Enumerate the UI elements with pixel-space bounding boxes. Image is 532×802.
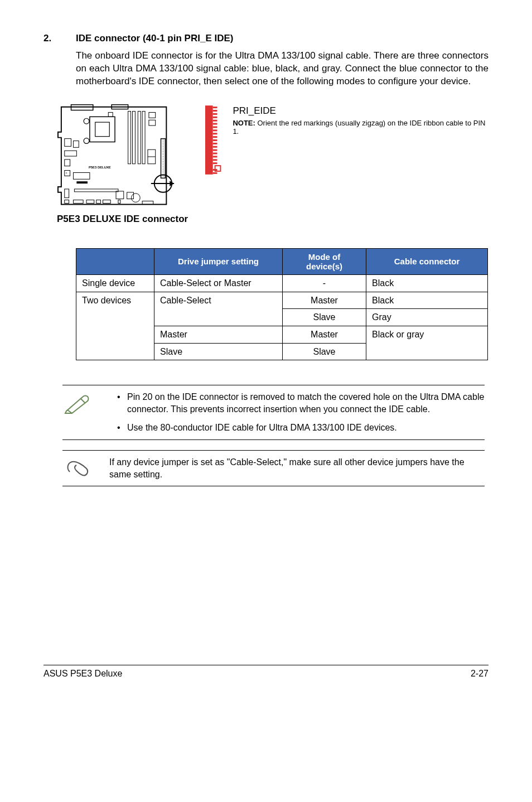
svg-rect-29 — [103, 200, 110, 203]
section-title: IDE connector (40-1 pin PRI_E IDE) — [76, 32, 233, 45]
svg-rect-34 — [118, 200, 120, 203]
note-bullet: Pin 20 on the IDE connector is removed t… — [117, 391, 485, 415]
table-row: Single device Cable-Select or Master - B… — [76, 275, 488, 292]
tip-paperclip-icon — [64, 457, 92, 480]
svg-rect-12 — [149, 120, 156, 125]
svg-rect-45 — [213, 117, 217, 118]
svg-rect-55 — [213, 149, 217, 151]
svg-rect-2 — [90, 117, 115, 142]
svg-rect-0 — [71, 104, 93, 110]
svg-rect-40 — [205, 105, 213, 175]
note-pencil-icon — [64, 392, 92, 414]
svg-rect-25 — [65, 200, 69, 203]
board-label: P5E3 DELUXE — [89, 165, 111, 168]
svg-rect-22 — [76, 181, 88, 183]
svg-rect-47 — [213, 123, 217, 124]
svg-point-32 — [132, 194, 141, 202]
connector-note: NOTE: Orient the red markings (usually z… — [233, 119, 489, 136]
svg-rect-53 — [213, 143, 217, 144]
footer-page-number: 2-27 — [471, 668, 489, 680]
table-header-cable: Cable connector — [366, 248, 488, 275]
svg-rect-61 — [213, 172, 217, 174]
svg-rect-50 — [213, 133, 217, 134]
svg-rect-52 — [213, 139, 217, 141]
table-header-drive: Drive jumper setting — [154, 248, 283, 275]
section-body: The onboard IDE connector is for the Ult… — [76, 50, 489, 88]
svg-rect-27 — [86, 200, 94, 203]
svg-rect-60 — [213, 169, 217, 171]
svg-rect-58 — [213, 159, 217, 161]
svg-rect-56 — [213, 152, 217, 154]
svg-rect-9 — [138, 111, 141, 163]
svg-rect-23 — [74, 189, 118, 192]
table-header-mode: Mode ofdevice(s) — [283, 248, 366, 275]
table-header-empty — [76, 248, 154, 275]
svg-rect-16 — [73, 141, 79, 147]
svg-text:▫: ▫ — [66, 171, 67, 176]
jumper-settings-table: Drive jumper setting Mode ofdevice(s) Ca… — [76, 248, 488, 360]
svg-rect-6 — [108, 112, 113, 117]
svg-rect-30 — [116, 191, 124, 199]
footer-left: ASUS P5E3 Deluxe — [43, 668, 122, 680]
svg-rect-24 — [65, 189, 69, 198]
note-bullet: Use the 80-conductor IDE cable for Ultra… — [117, 422, 485, 434]
svg-rect-48 — [213, 126, 217, 128]
motherboard-diagram-icon: P5E3 DELUXE ▫ — [57, 104, 177, 210]
svg-rect-8 — [132, 111, 135, 163]
diagram-caption: P5E3 DELUXE IDE connector — [57, 213, 489, 226]
svg-rect-31 — [127, 192, 134, 199]
svg-rect-49 — [213, 129, 217, 131]
section-number: 2. — [43, 32, 76, 45]
svg-rect-26 — [73, 200, 83, 203]
svg-rect-11 — [149, 112, 156, 118]
table-row: Two devices Cable-Select Master Black — [76, 292, 488, 309]
ide-connector-icon — [204, 104, 221, 176]
svg-rect-3 — [95, 122, 110, 137]
svg-rect-57 — [213, 156, 217, 157]
svg-rect-51 — [213, 136, 217, 138]
svg-rect-42 — [213, 107, 217, 108]
svg-rect-18 — [65, 160, 70, 166]
svg-rect-59 — [213, 162, 217, 164]
svg-rect-46 — [213, 119, 217, 121]
svg-rect-28 — [96, 200, 101, 203]
svg-rect-10 — [142, 111, 145, 163]
svg-rect-15 — [65, 138, 71, 146]
connector-name: PRI_EIDE — [233, 105, 489, 118]
tip-text: If any device jumper is set as "Cable-Se… — [107, 456, 485, 480]
svg-rect-54 — [213, 146, 217, 148]
svg-rect-44 — [213, 113, 217, 115]
svg-line-62 — [81, 399, 85, 403]
svg-rect-21 — [73, 172, 89, 179]
svg-point-4 — [84, 118, 89, 124]
svg-rect-17 — [65, 151, 77, 156]
svg-point-5 — [84, 138, 89, 143]
svg-rect-35 — [161, 138, 166, 178]
svg-rect-7 — [128, 111, 131, 163]
svg-rect-43 — [213, 110, 217, 112]
